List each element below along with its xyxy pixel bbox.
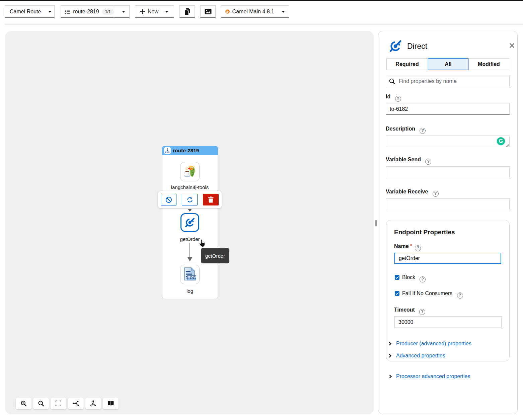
svg-text:LOG: LOG — [188, 276, 196, 280]
